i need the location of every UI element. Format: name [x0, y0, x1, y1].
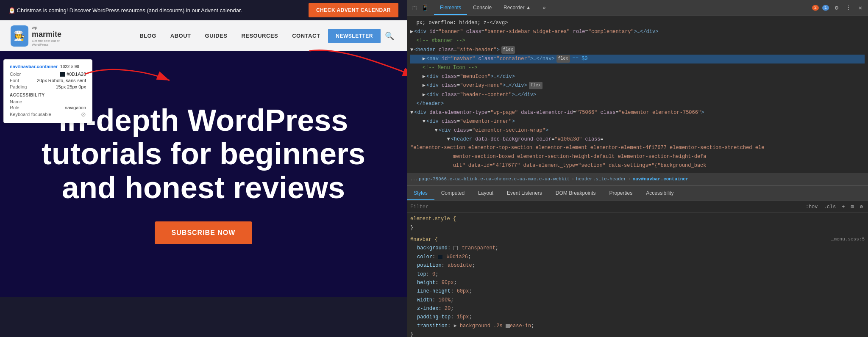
tab-event-listeners[interactable]: Event Listeners — [500, 187, 549, 200]
triangle-icon[interactable] — [423, 118, 426, 126]
tab-accessibility[interactable]: Accessibility — [639, 187, 680, 200]
dom-line: px; overflow: hidden; z-</svg> — [410, 19, 865, 28]
flex-badge: flex — [556, 55, 570, 63]
breadcrumb-nav[interactable]: nav#navbar.container — [633, 177, 689, 182]
triangle-icon[interactable] — [410, 46, 413, 54]
hov-button[interactable]: :hov — [804, 203, 820, 211]
devtools-tab-icons: 2 1 ⚙ ⋮ ✕ — [812, 4, 865, 12]
tooltip-color-value: #0D1A26 — [60, 72, 86, 77]
element-tooltip: nav#navbar.container 1022 × 90 Color #0D… — [3, 59, 92, 123]
website-panel: 🎅 Christmas is coming! Discover WordPres… — [0, 0, 407, 337]
css-rules: element.style { } _menu.scss:5 #navbar {… — [407, 213, 868, 337]
device-icon[interactable]: 📱 — [420, 4, 429, 12]
tab-computed[interactable]: Computed — [434, 187, 471, 200]
tooltip-font-label: Font — [10, 78, 19, 83]
tab-elements[interactable]: Elements — [434, 1, 467, 15]
cls-button[interactable]: .cls — [822, 203, 838, 211]
tab-console[interactable]: Console — [467, 1, 498, 15]
triangle-icon[interactable] — [435, 127, 438, 135]
check-advent-calendar-button[interactable]: CHECK ADVENT CALENDAR — [309, 3, 398, 17]
triangle-icon[interactable] — [423, 73, 426, 81]
hero-heading-line1: In-depth WordPress — [59, 103, 348, 137]
devtools-panel: ⬚ 📱 Elements Console Recorder ▲ » 2 1 ⚙ … — [407, 0, 868, 337]
nav-about[interactable]: ABOUT — [164, 29, 197, 42]
tooltip-name-row: Name — [10, 99, 86, 104]
tab-layout[interactable]: Layout — [471, 187, 500, 200]
filter-actions: :hov .cls + ⊞ ⚙ — [804, 203, 865, 211]
dom-line-inner[interactable]: <div class="elementor-inner" > — [410, 117, 865, 126]
devtools-toolbar: ⬚ 📱 Elements Console Recorder ▲ » 2 1 ⚙ … — [407, 0, 868, 16]
settings-style-button[interactable]: ⚙ — [858, 203, 865, 211]
nav-guides[interactable]: GUIDES — [199, 29, 234, 42]
filter-bar: :hov .cls + ⊞ ⚙ — [407, 201, 868, 213]
nav-newsletter[interactable]: NEWSLETTER — [328, 29, 381, 43]
color-swatch — [60, 72, 65, 77]
breadcrumb-header[interactable]: header.site-header — [576, 177, 626, 182]
dom-line-header[interactable]: <header class="site-header" > flex — [410, 46, 865, 55]
dom-line-elementor[interactable]: <div data-elementor-type="wp-page" data-… — [410, 108, 865, 117]
tooltip-name-label: Name — [10, 99, 22, 104]
dom-line-header2[interactable]: <header data-dce-background-color="#100a… — [410, 135, 865, 152]
dom-area: px; overflow: hidden; z-</svg> <div id="… — [407, 16, 868, 337]
transition-swatch — [506, 324, 510, 328]
accessibility-section-title: ACCESSIBILITY — [10, 93, 86, 97]
dom-tree: px; overflow: hidden; z-</svg> <div id="… — [407, 16, 868, 173]
search-icon[interactable]: 🔍 — [383, 29, 396, 43]
tab-recorder[interactable]: Recorder ▲ — [498, 1, 537, 15]
format-button[interactable]: ⊞ — [849, 203, 856, 211]
close-icon[interactable]: ✕ — [856, 4, 865, 12]
dom-line-nav-selected[interactable]: <nav id="navbar" class="container" >…</n… — [410, 55, 865, 64]
tooltip-keyboard-row: Keyboard-focusable ⊘ — [10, 111, 86, 118]
tab-more[interactable]: » — [537, 1, 552, 15]
dom-line[interactable]: <div id="banner" class="banner-sidebar w… — [410, 28, 865, 36]
dom-line-section-wrap[interactable]: <div class="elementor-section-wrap" > — [410, 126, 865, 135]
error-badge: 2 — [812, 5, 819, 11]
tooltip-font-value: 20px Roboto, sans-serif — [37, 78, 86, 83]
nav-resources[interactable]: RESOURCES — [235, 29, 284, 42]
nav-contact[interactable]: CONTACT — [286, 29, 326, 42]
logo-text: wp marmite Get the best out of WordPress — [32, 25, 70, 47]
color-swatch-dark — [438, 255, 442, 259]
tooltip-color-row: Color #0D1A26 — [10, 72, 86, 77]
announcement-bar: 🎅 Christmas is coming! Discover WordPres… — [0, 0, 407, 20]
triangle-icon[interactable] — [423, 91, 426, 99]
bottom-panel: Styles Computed Layout Event Listeners D… — [407, 185, 868, 337]
dom-line-cont2: ult" data-id="4f17677" data-element_type… — [410, 161, 865, 170]
tab-dom-breakpoints[interactable]: DOM Breakpoints — [549, 187, 603, 200]
styles-content: :hov .cls + ⊞ ⚙ element.style { } — [407, 201, 868, 337]
hero-heading-line2: tutorials for beginners — [42, 137, 365, 171]
dom-line-header-content[interactable]: <div class="header--content" >…</div> — [410, 91, 865, 99]
main-nav: BLOG ABOUT GUIDES RESOURCES CONTACT NEWS… — [134, 29, 396, 43]
tooltip-keyboard-value: ⊘ — [81, 111, 86, 118]
dom-line-menuicon[interactable]: <div class="menuIcon" >…</div> — [410, 72, 865, 81]
tooltip-padding-label: Padding — [10, 84, 27, 89]
logo-icon: 🧑‍🍳 — [11, 25, 28, 47]
add-style-button[interactable]: + — [840, 203, 846, 211]
tooltip-padding-row: Padding 15px 25px 0px — [10, 84, 86, 89]
tab-styles[interactable]: Styles — [407, 187, 434, 200]
tooltip-font-row: Font 20px Roboto, sans-serif — [10, 78, 86, 83]
dom-line-close-header: </header> — [410, 99, 865, 108]
vertical-dots-icon[interactable]: ⋮ — [844, 4, 853, 12]
devtools-icons: ⬚ 📱 — [410, 4, 429, 12]
settings-icon[interactable]: ⚙ — [832, 4, 841, 12]
nav-blog[interactable]: BLOG — [134, 29, 162, 42]
inspect-icon[interactable]: ⬚ — [410, 4, 419, 12]
triangle-icon[interactable] — [410, 109, 413, 117]
triangle-icon[interactable] — [423, 55, 426, 63]
tooltip-selector: nav#navbar.container — [10, 64, 58, 69]
site-header: 🧑‍🍳 wp marmite Get the best out of WordP… — [0, 20, 407, 51]
tooltip-padding-value: 15px 25px 0px — [56, 84, 86, 89]
filter-input[interactable] — [410, 204, 804, 210]
logo-area: 🧑‍🍳 wp marmite Get the best out of WordP… — [11, 24, 70, 47]
triangle-icon[interactable] — [410, 28, 413, 36]
style-tabs: Styles Computed Layout Event Listeners D… — [407, 186, 868, 201]
breadcrumb-page[interactable]: page-75066.e-ua-blink.e-ua-chrome.e-ua-m… — [419, 177, 570, 182]
triangle-icon[interactable] — [423, 82, 426, 90]
flex-badge: flex — [501, 46, 515, 54]
logo-tagline: Get the best out of WordPress — [32, 39, 70, 47]
triangle-icon[interactable] — [447, 135, 450, 144]
subscribe-now-button[interactable]: SUBSCRIBE NOW — [155, 221, 253, 244]
dom-line-overlay[interactable]: <div class="overlay-menu" >…</div> flex — [410, 81, 865, 90]
tab-properties[interactable]: Properties — [603, 187, 640, 200]
